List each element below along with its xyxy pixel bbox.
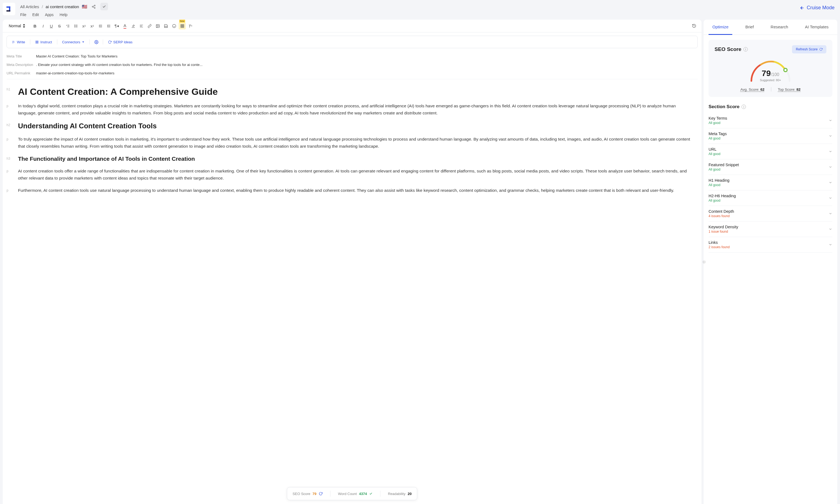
top-score-value: 82 — [796, 87, 801, 92]
score-gauge: 79/100 Suggested: 80+ — [747, 58, 794, 82]
paragraph[interactable]: In today's digital world, content creati… — [18, 103, 690, 117]
breadcrumb-parent[interactable]: All Articles — [20, 4, 39, 9]
menu-file[interactable]: File — [20, 13, 27, 17]
info-icon[interactable]: i — [743, 47, 748, 52]
section-row[interactable]: H2-H6 HeadingAll good — [708, 191, 833, 206]
breadcrumb-current: ai content creation — [46, 4, 79, 9]
menu-bar: File Edit Apps Help — [20, 13, 108, 20]
status-bar: SEO Score 79 Word Count 4374 Readability… — [287, 487, 417, 500]
svg-point-17 — [74, 25, 75, 25]
heading-3[interactable]: The Functionality and Importance of AI T… — [18, 155, 690, 163]
svg-point-18 — [74, 25, 75, 26]
status-wordcount-value: 4374 — [359, 492, 367, 496]
svg-rect-43 — [36, 41, 37, 42]
meta-description-label: Meta Description — [6, 62, 36, 67]
section-row[interactable]: Content Depth4 issues found — [708, 206, 833, 221]
app-logo[interactable] — [3, 3, 15, 15]
info-icon[interactable]: i — [741, 105, 746, 109]
rtl-icon[interactable]: ¶◂ — [113, 22, 120, 30]
seo-score-title: SEO Score — [715, 46, 741, 52]
table-icon[interactable]: New — [178, 22, 186, 30]
tab-ai-templates[interactable]: AI Templates — [801, 20, 833, 35]
paragraph[interactable]: AI content creation tools offer a wide r… — [18, 167, 690, 182]
status-seo-value: 79 — [312, 492, 316, 496]
svg-rect-46 — [37, 42, 38, 43]
url-permalink-value[interactable]: master-ai-content-creation-top-tools-for… — [36, 71, 115, 75]
menu-edit[interactable]: Edit — [32, 13, 39, 17]
svg-line-6 — [93, 6, 95, 6]
paragraph[interactable]: Furthermore, AI content creation tools u… — [18, 187, 690, 194]
instruct-button[interactable]: Instruct — [33, 39, 54, 45]
document-body[interactable]: h1AI Content Creation: A Comprehensive G… — [3, 83, 701, 504]
write-button[interactable]: Write — [10, 39, 27, 45]
connectors-button[interactable]: Connectors — [60, 39, 87, 45]
breadcrumb-separator: / — [42, 4, 43, 9]
section-status: 4 issues found — [708, 214, 734, 218]
block-format-select[interactable]: Normal — [6, 23, 28, 29]
check-icon[interactable] — [100, 3, 108, 10]
share-icon[interactable] — [90, 3, 98, 10]
svg-rect-2 — [6, 10, 10, 12]
section-name: Links — [708, 240, 730, 245]
tab-research[interactable]: Research — [767, 20, 792, 35]
heading-2[interactable]: Understanding AI Content Creation Tools — [18, 122, 690, 131]
gauge-score-value: 79 — [762, 69, 771, 78]
refresh-score-button[interactable]: Refresh Score — [792, 45, 826, 53]
italic-icon[interactable]: I — [39, 22, 47, 30]
refresh-seo-icon[interactable] — [319, 492, 322, 496]
paragraph[interactable]: To truly appreciate the impact of AI con… — [18, 136, 690, 150]
menu-help[interactable]: Help — [60, 13, 68, 17]
indent-icon[interactable] — [105, 22, 112, 30]
section-row[interactable]: Meta TagsAll good — [708, 128, 833, 144]
section-row[interactable]: URLAll good — [708, 144, 833, 159]
section-row[interactable]: Featured SnippetAll good — [708, 159, 833, 175]
section-row[interactable]: Key TermsAll good — [708, 113, 833, 128]
section-row[interactable]: H1 HeadingAll good — [708, 175, 833, 191]
svg-point-31 — [157, 25, 157, 25]
chevron-down-icon — [828, 165, 833, 169]
superscript-icon[interactable]: x2 — [89, 22, 96, 30]
svg-marker-10 — [23, 26, 25, 28]
cruise-mode-button[interactable]: Cruise Mode — [800, 3, 835, 11]
status-readability-label: Readability — [388, 492, 405, 496]
link-icon[interactable] — [146, 22, 153, 30]
menu-apps[interactable]: Apps — [45, 13, 54, 17]
image-icon[interactable] — [154, 22, 161, 30]
meta-title-value[interactable]: Master AI Content Creation: Top Tools fo… — [36, 54, 118, 58]
emoji-icon[interactable] — [170, 22, 177, 30]
section-row[interactable]: Links2 issues found — [708, 237, 833, 253]
settings-icon[interactable] — [92, 38, 100, 46]
svg-point-4 — [92, 6, 93, 7]
tab-optimize[interactable]: Optimize — [708, 20, 732, 35]
underline-icon[interactable]: U — [48, 22, 55, 30]
serp-ideas-button[interactable]: SERP Ideas — [106, 39, 135, 45]
clear-format-icon[interactable]: T× — [187, 22, 194, 30]
heading-1[interactable]: AI Content Creation: A Comprehensive Gui… — [18, 86, 690, 97]
chevron-down-icon — [828, 196, 833, 200]
block-tag: p — [6, 187, 18, 194]
text-color-icon[interactable]: A — [121, 22, 128, 30]
align-icon[interactable] — [138, 22, 145, 30]
subscript-icon[interactable]: x2 — [81, 22, 88, 30]
unordered-list-icon[interactable] — [72, 22, 79, 30]
pane-resize-handle[interactable]: ⟨|⟩ — [703, 260, 705, 264]
highlight-icon[interactable] — [130, 22, 137, 30]
strikethrough-icon[interactable]: S — [56, 22, 63, 30]
status-readability-value: 20 — [408, 492, 412, 496]
save-icon[interactable] — [162, 22, 169, 30]
outdent-icon[interactable] — [97, 22, 104, 30]
gauge-score-max: /100 — [771, 72, 779, 77]
section-name: Content Depth — [708, 209, 734, 214]
format-toolbar: Normal B I U S x2 x2 ¶◂ A — [3, 20, 701, 32]
ordered-list-icon[interactable] — [64, 22, 71, 30]
section-status: All good — [708, 137, 727, 140]
section-status: 1 issue found — [708, 230, 738, 233]
tab-brief[interactable]: Brief — [741, 20, 758, 35]
bold-icon[interactable]: B — [31, 22, 38, 30]
gauge-suggested: Suggested: 80+ — [747, 78, 794, 82]
section-row[interactable]: Keyword Density1 issue found — [708, 221, 833, 237]
block-tag: h1 — [6, 86, 18, 97]
locale-flag-icon[interactable]: 🇺🇸 — [82, 4, 87, 9]
history-icon[interactable] — [690, 22, 698, 30]
meta-description-value[interactable]: . Elevate your content strategy with AI … — [36, 62, 203, 67]
